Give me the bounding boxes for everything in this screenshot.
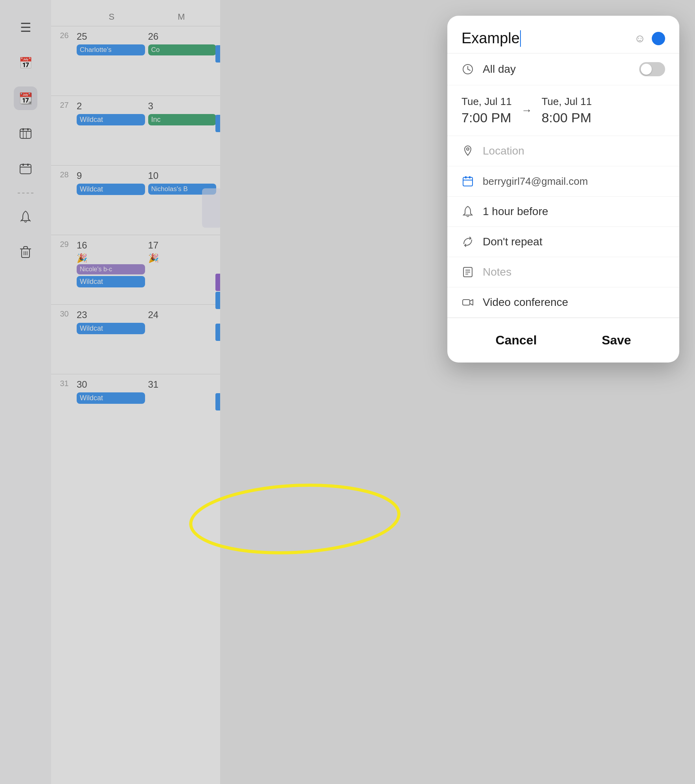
alert-label[interactable]: 1 hour before: [483, 205, 665, 218]
event-modal: Example ☺ All day Tue, Jul 11 7:00 PM → …: [447, 16, 679, 363]
location-label[interactable]: Location: [483, 145, 665, 157]
location-icon: [461, 145, 474, 157]
event-title-display: Example: [461, 30, 520, 47]
notes-icon: [461, 266, 474, 278]
allday-label: All day: [483, 63, 631, 75]
svg-point-22: [467, 148, 469, 150]
modal-footer: Cancel Save: [447, 318, 679, 363]
location-row[interactable]: Location: [447, 136, 679, 166]
toggle-thumb: [641, 64, 652, 75]
svg-rect-31: [463, 300, 470, 305]
video-label[interactable]: Video conference: [483, 296, 665, 309]
save-button[interactable]: Save: [586, 329, 647, 352]
svg-rect-23: [463, 177, 473, 186]
repeat-row[interactable]: Don't repeat: [447, 227, 679, 257]
start-date[interactable]: Tue, Jul 11: [461, 96, 512, 108]
datetime-row: Tue, Jul 11 7:00 PM → Tue, Jul 11 8:00 P…: [447, 85, 679, 136]
alert-row[interactable]: 1 hour before: [447, 197, 679, 227]
repeat-label[interactable]: Don't repeat: [483, 236, 665, 248]
end-datetime[interactable]: Tue, Jul 11 8:00 PM: [542, 96, 592, 125]
notes-row[interactable]: Notes: [447, 257, 679, 287]
allday-row[interactable]: All day: [447, 53, 679, 85]
datetime-arrow: →: [521, 104, 532, 117]
calendar-icon: [461, 175, 474, 188]
allday-toggle[interactable]: [639, 62, 665, 76]
start-datetime[interactable]: Tue, Jul 11 7:00 PM: [461, 96, 512, 125]
calendar-email-row[interactable]: berrygirl74@gmail.com: [447, 166, 679, 197]
end-date[interactable]: Tue, Jul 11: [542, 96, 592, 108]
svg-rect-25: [465, 176, 467, 179]
clock-icon: [461, 63, 474, 75]
svg-rect-26: [469, 176, 471, 179]
start-time[interactable]: 7:00 PM: [461, 110, 511, 125]
modal-title-row: Example ☺: [447, 16, 679, 53]
text-cursor: [520, 30, 521, 47]
cancel-button[interactable]: Cancel: [480, 329, 553, 352]
video-conference-row[interactable]: Video conference: [447, 287, 679, 318]
bell-icon: [461, 205, 474, 218]
svg-line-21: [468, 69, 470, 70]
color-picker-dot[interactable]: [652, 32, 665, 45]
end-time[interactable]: 8:00 PM: [542, 110, 592, 125]
emoji-button[interactable]: ☺: [634, 32, 645, 45]
video-icon: [461, 296, 474, 309]
notes-label[interactable]: Notes: [483, 266, 665, 278]
calendar-email-label: berrygirl74@gmail.com: [483, 175, 665, 188]
repeat-icon: [461, 236, 474, 248]
